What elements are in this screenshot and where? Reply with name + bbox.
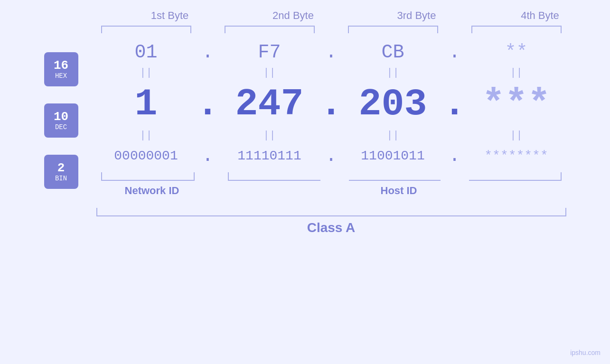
bin-badge: 2 BIN — [44, 155, 78, 189]
bracket-cell-1 — [96, 26, 196, 37]
hex-b4: ** — [467, 42, 566, 63]
top-bracket-4 — [471, 26, 562, 33]
eq2-b3: || — [343, 130, 443, 141]
hex-badge-num: 16 — [54, 59, 68, 73]
class-label: Class A — [96, 220, 566, 235]
bin-b4: ******** — [467, 149, 566, 163]
watermark: ipshu.com — [570, 349, 601, 356]
top-brackets — [44, 26, 566, 37]
byte1-header: 1st Byte — [120, 9, 220, 22]
byte3-header: 3rd Byte — [367, 9, 467, 22]
dec-row: 1 . 247 . 203 . *** — [96, 80, 566, 129]
hex-badge-label: HEX — [55, 72, 67, 80]
network-bracket — [101, 172, 195, 181]
bin-dot-3: . — [443, 145, 467, 167]
dec-dot-3: . — [443, 83, 467, 126]
hex-b3: CB — [343, 42, 443, 63]
badges-column: 16 HEX 10 DEC 2 BIN — [44, 39, 96, 202]
network-id-label: Network ID — [96, 185, 208, 197]
eq2-b4: || — [467, 130, 566, 141]
bin-b1: 00000001 — [96, 149, 196, 163]
dec-b2: 247 — [220, 83, 319, 126]
eq1-b2: || — [220, 67, 319, 79]
main-container: 1st Byte 2nd Byte 3rd Byte 4th Byte 16 — [44, 9, 566, 235]
dec-badge: 10 DEC — [44, 103, 78, 138]
hex-b2: F7 — [220, 42, 319, 63]
bin-b3: 11001011 — [343, 149, 443, 163]
eq1-b1: || — [96, 67, 196, 79]
class-bracket — [96, 208, 566, 216]
label-spacer-1 — [208, 185, 232, 197]
bracket-cell-3 — [343, 26, 443, 37]
bracket-dot-spacer-1 — [199, 172, 223, 181]
eq2-b2: || — [220, 130, 319, 141]
byte4-header: 4th Byte — [490, 9, 590, 22]
dec-dot-1: . — [196, 83, 220, 126]
bracket-cell-4 — [467, 26, 566, 37]
eq1-b3: || — [343, 67, 443, 79]
dec-dot-2: . — [319, 83, 343, 126]
bracket-cell-2 — [220, 26, 319, 37]
dec-badge-label: DEC — [55, 123, 67, 131]
hex-badge: 16 HEX — [44, 52, 78, 86]
dec-b3: 203 — [343, 83, 443, 126]
bin-row: 00000001 . 11110111 . 11001011 . *******… — [96, 142, 566, 169]
host-bracket-mid — [349, 172, 441, 181]
top-bracket-3 — [348, 26, 438, 33]
content-area: 16 HEX 10 DEC 2 BIN 01 . F7 . CB . ** — [44, 39, 566, 202]
bottom-bracket-row — [96, 172, 566, 181]
equals-row-1: || || || || — [96, 66, 566, 80]
bracket-dot-spacer-3 — [441, 172, 464, 181]
bin-badge-num: 2 — [57, 161, 65, 175]
bottom-labels: Network ID Host ID — [96, 185, 566, 197]
hex-row: 01 . F7 . CB . ** — [96, 39, 566, 66]
dec-b1: 1 — [96, 83, 196, 126]
bin-b2: 11110111 — [220, 149, 319, 163]
top-bracket-2 — [225, 26, 315, 33]
rows-area: 01 . F7 . CB . ** || || || || 1 . — [96, 39, 566, 202]
bracket-dot-spacer-2 — [325, 172, 349, 181]
hex-dot-1: . — [196, 42, 220, 63]
eq1-b4: || — [467, 67, 566, 79]
host-bracket-right — [469, 172, 562, 181]
equals-row-2: || || || || — [96, 129, 566, 142]
host-id-label: Host ID — [232, 185, 566, 197]
dec-b4: *** — [467, 83, 566, 126]
hex-dot-2: . — [319, 42, 343, 63]
bin-badge-label: BIN — [55, 175, 67, 182]
host-bracket-left — [228, 172, 320, 181]
class-section: Class A — [44, 208, 566, 235]
bin-dot-2: . — [319, 145, 343, 167]
dec-badge-num: 10 — [54, 110, 68, 124]
bin-dot-1: . — [196, 145, 220, 167]
top-bracket-1 — [101, 26, 191, 33]
hex-dot-3: . — [443, 42, 467, 63]
hex-b1: 01 — [96, 42, 196, 63]
byte-headers: 1st Byte 2nd Byte 3rd Byte 4th Byte — [68, 9, 590, 22]
byte2-header: 2nd Byte — [244, 9, 343, 22]
eq2-b1: || — [96, 130, 196, 141]
